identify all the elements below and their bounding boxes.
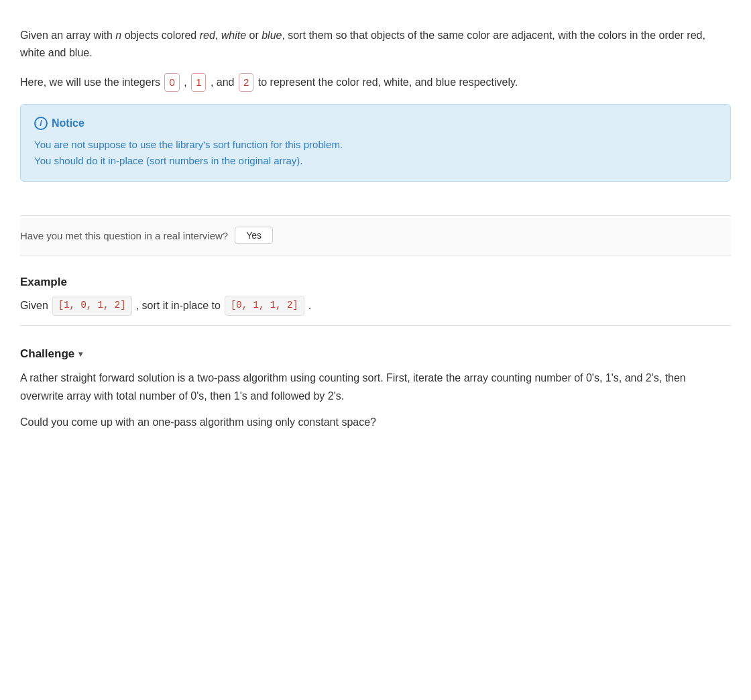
example-section: Example Given [1, 0, 1, 2] , sort it in-… bbox=[20, 269, 731, 323]
badge-zero: 0 bbox=[164, 73, 179, 92]
notice-line2: You should do it in-place (sort numbers … bbox=[34, 153, 717, 169]
divider bbox=[20, 325, 731, 326]
and-text: and bbox=[217, 76, 235, 88]
info-icon: i bbox=[34, 117, 48, 130]
description-paragraph1: Given an array with n objects colored re… bbox=[20, 27, 731, 61]
example-suffix: . bbox=[308, 296, 311, 314]
description-paragraph2: Here, we will use the integers 0 , 1 , a… bbox=[20, 73, 731, 92]
page-container: Given an array with n objects colored re… bbox=[0, 0, 751, 473]
example-output: [0, 1, 1, 2] bbox=[225, 296, 304, 316]
badge-two: 2 bbox=[239, 73, 253, 92]
interview-section: Have you met this question in a real int… bbox=[20, 215, 731, 255]
example-title: Example bbox=[20, 276, 731, 289]
interview-question: Have you met this question in a real int… bbox=[20, 230, 228, 241]
example-middle: , sort it in-place to bbox=[136, 296, 221, 314]
challenge-paragraph1: A rather straight forward solution is a … bbox=[20, 369, 731, 405]
notice-title: i Notice bbox=[34, 117, 717, 130]
notice-line1: You are not suppose to use the library's… bbox=[34, 137, 717, 153]
challenge-title-row[interactable]: Challenge ▾ bbox=[20, 347, 731, 361]
challenge-label: Challenge bbox=[20, 347, 74, 361]
example-prefix: Given bbox=[20, 296, 48, 314]
yes-button[interactable]: Yes bbox=[235, 227, 273, 244]
notice-body: You are not suppose to use the library's… bbox=[34, 137, 717, 169]
notice-label: Notice bbox=[52, 117, 84, 129]
challenge-section: Challenge ▾ A rather straight forward so… bbox=[20, 337, 731, 447]
notice-box: i Notice You are not suppose to use the … bbox=[20, 104, 731, 182]
chevron-down-icon: ▾ bbox=[78, 349, 82, 359]
badge-one: 1 bbox=[191, 73, 206, 92]
challenge-paragraph2: Could you come up with an one-pass algor… bbox=[20, 413, 731, 431]
example-input: [1, 0, 1, 2] bbox=[52, 296, 132, 316]
description-section: Given an array with n objects colored re… bbox=[20, 13, 731, 202]
example-line: Given [1, 0, 1, 2] , sort it in-place to… bbox=[20, 296, 731, 316]
